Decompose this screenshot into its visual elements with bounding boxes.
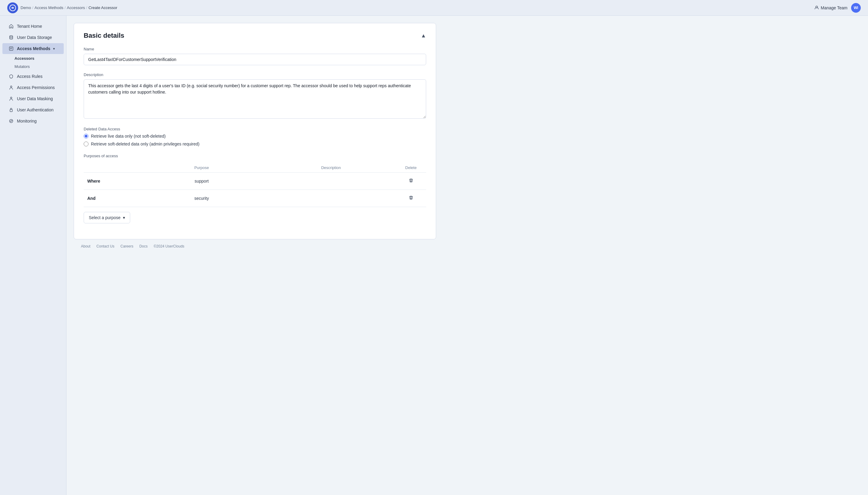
access-permissions-icon [9,85,14,90]
sidebar-label-access-methods: Access Methods [17,46,50,51]
name-input[interactable] [84,54,426,65]
col-description-header: Description [266,163,396,173]
footer-copyright: ©2024 UserClouds [154,244,185,249]
sidebar-label-tenant-home: Tenant Home [17,24,42,29]
delete-row-1-button[interactable] [406,194,416,203]
sidebar-label-user-authentication: User Authentication [17,107,53,112]
access-methods-icon [9,46,14,51]
svg-point-5 [11,97,12,99]
purposes-table-header: Purpose Description Delete [84,163,426,173]
sidebar-item-user-data-masking[interactable]: User Data Masking [2,93,64,104]
row-purpose-0: support [137,173,266,190]
card-header: Basic details ▲ [84,32,426,39]
trash-icon [408,195,414,200]
manage-team-button[interactable]: Manage Team [814,5,848,10]
chevron-down-icon: ▾ [53,47,55,50]
svg-point-1 [816,6,818,8]
row-connector-0: Where [87,179,100,184]
logo [7,2,18,13]
purposes-table: Purpose Description Delete Where support [84,163,426,207]
purposes-table-body: Where support And security [84,173,426,207]
description-textarea[interactable] [84,79,426,119]
radio-soft-deleted-label: Retrieve soft-deleted data only (admin p… [91,141,200,147]
purposes-section: Purposes of access Purpose Description D… [84,154,426,223]
breadcrumb-sep3: / [86,5,87,10]
sidebar-item-access-permissions[interactable]: Access Permissions [2,82,64,93]
sidebar-item-user-data-storage[interactable]: User Data Storage [2,32,64,43]
sidebar-item-access-methods[interactable]: Access Methods ▾ [2,43,64,54]
deleted-data-access-group: Deleted Data Access Retrieve live data o… [84,127,426,147]
nav-left: Demo / Access Methods / Accessors / Crea… [7,2,117,13]
breadcrumb-sep1: / [32,5,34,10]
sidebar-label-user-data-masking: User Data Masking [17,96,53,101]
home-icon [9,23,14,29]
row-connector-1: And [87,196,96,201]
select-purpose-label: Select a purpose [89,215,120,220]
description-label: Description [84,72,426,77]
main-content: Basic details ▲ Name Description Deleted… [66,16,868,495]
sidebar-item-tenant-home[interactable]: Tenant Home [2,21,64,32]
sidebar-label-user-data-storage: User Data Storage [17,35,52,40]
footer-docs[interactable]: Docs [139,244,147,249]
top-nav: Demo / Access Methods / Accessors / Crea… [0,0,868,16]
purposes-title: Purposes of access [84,154,426,158]
access-rules-icon [9,74,14,79]
app-layout: Tenant Home User Data Storage Access Met… [0,16,868,495]
description-field-group: Description [84,72,426,120]
table-row: Where support [84,173,426,190]
breadcrumb-create-accessor: Create Accessor [88,5,117,10]
collapse-button[interactable]: ▲ [421,33,426,39]
radio-soft-deleted-input[interactable] [84,141,88,147]
svg-rect-6 [10,109,12,112]
col-connector-header [84,163,137,173]
col-purpose-header: Purpose [137,163,266,173]
sidebar-item-access-rules[interactable]: Access Rules [2,71,64,82]
row-purpose-1: security [137,190,266,207]
select-purpose-chevron-icon: ▾ [123,215,125,220]
row-description-0 [266,173,396,190]
deleted-data-access-label: Deleted Data Access [84,127,426,131]
footer-about[interactable]: About [81,244,90,249]
card-title: Basic details [84,32,124,39]
footer: About Contact Us Careers Docs ©2024 User… [74,239,861,253]
svg-point-4 [11,86,12,87]
breadcrumb-sep2: / [65,5,66,10]
radio-live-data[interactable]: Retrieve live data only (not soft-delete… [84,134,426,139]
monitoring-icon [9,118,14,124]
breadcrumb: Demo / Access Methods / Accessors / Crea… [20,5,117,10]
breadcrumb-access-methods[interactable]: Access Methods [34,5,63,10]
basic-details-card: Basic details ▲ Name Description Deleted… [74,23,436,239]
trash-icon [408,178,414,183]
sidebar-label-monitoring: Monitoring [17,119,36,123]
sidebar-sub-mutators[interactable]: Mutators [0,63,66,71]
select-purpose-button[interactable]: Select a purpose ▾ [84,212,130,223]
sidebar: Tenant Home User Data Storage Access Met… [0,16,66,495]
sidebar-label-access-rules: Access Rules [17,74,43,79]
col-delete-header: Delete [396,163,426,173]
svg-point-2 [10,36,13,37]
table-row: And security [84,190,426,207]
radio-group-deleted-access: Retrieve live data only (not soft-delete… [84,134,426,147]
sidebar-item-user-authentication[interactable]: User Authentication [2,104,64,115]
name-field-group: Name [84,47,426,65]
avatar[interactable]: WI [851,3,861,13]
footer-contact[interactable]: Contact Us [96,244,114,249]
breadcrumb-accessors[interactable]: Accessors [67,5,85,10]
sidebar-item-monitoring[interactable]: Monitoring [2,116,64,126]
manage-team-label: Manage Team [821,5,848,10]
delete-row-0-button[interactable] [406,177,416,185]
db-icon [9,35,14,40]
sidebar-label-access-permissions: Access Permissions [17,85,55,90]
row-description-1 [266,190,396,207]
radio-soft-deleted[interactable]: Retrieve soft-deleted data only (admin p… [84,141,426,147]
radio-live-data-input[interactable] [84,134,88,139]
user-authentication-icon [9,107,14,113]
name-label: Name [84,47,426,51]
user-data-masking-icon [9,96,14,101]
breadcrumb-demo[interactable]: Demo [20,5,31,10]
manage-team-icon [814,5,819,10]
footer-careers[interactable]: Careers [120,244,133,249]
radio-live-data-label: Retrieve live data only (not soft-delete… [91,134,166,139]
nav-right: Manage Team WI [814,3,861,13]
sidebar-sub-accessors[interactable]: Accessors [0,54,66,63]
